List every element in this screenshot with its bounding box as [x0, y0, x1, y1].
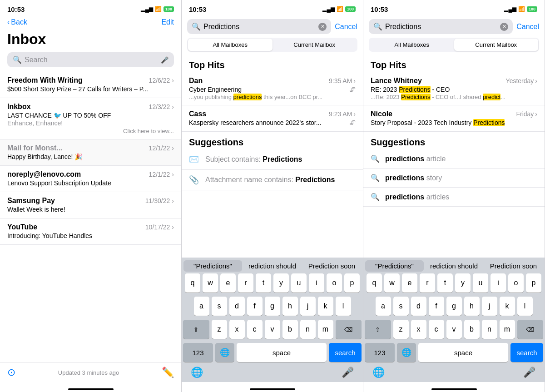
mail-item[interactable]: Inkbox 12/3/22 › LAST CHANCE 🐦 UP TO 50%… — [0, 98, 181, 139]
key-p[interactable]: p — [526, 273, 541, 293]
search-key[interactable]: search — [329, 343, 362, 362]
pred-item[interactable]: Prediction soon — [302, 260, 361, 272]
tab-all-mailboxes-3[interactable]: All Mailboxes — [370, 39, 454, 51]
delete-key-3[interactable]: ⌫ — [517, 320, 544, 339]
space-key[interactable]: space — [237, 343, 327, 362]
shift-key-3[interactable]: ⇧ — [365, 320, 391, 339]
key-o[interactable]: o — [508, 273, 524, 293]
key-z[interactable]: z — [212, 320, 227, 339]
search-clear-2[interactable]: ✕ — [318, 23, 327, 31]
mail-item[interactable]: Freedom With Writing 12/6/22 › $500 Shor… — [0, 72, 181, 98]
key-i[interactable]: i — [309, 273, 324, 293]
shift-key[interactable]: ⇧ — [183, 320, 209, 339]
key-b[interactable]: b — [464, 320, 480, 339]
top-hit-item[interactable]: Cass 9:23 AM › Kaspersky researchers ann… — [182, 105, 363, 132]
key-d[interactable]: d — [229, 297, 245, 316]
key-u[interactable]: u — [291, 273, 307, 293]
key-c[interactable]: c — [247, 320, 263, 339]
key-m[interactable]: m — [500, 320, 515, 339]
delete-key[interactable]: ⌫ — [336, 320, 362, 339]
cancel-button-2[interactable]: Cancel — [335, 23, 357, 31]
key-x[interactable]: x — [411, 320, 426, 339]
key-t[interactable]: t — [437, 273, 453, 293]
key-z[interactable]: z — [393, 320, 409, 339]
key-o[interactable]: o — [327, 273, 342, 293]
key-f[interactable]: f — [429, 297, 444, 316]
key-x[interactable]: x — [229, 320, 245, 339]
mail-item[interactable]: YouTube 10/17/22 › Introducing: YouTube … — [0, 218, 181, 245]
search-input-3[interactable]: Predictions — [385, 23, 497, 31]
suggestion-item[interactable]: 📎 Attachment name contains: Predictions — [182, 170, 363, 190]
key-q[interactable]: q — [367, 273, 382, 293]
compose-icon[interactable]: ⊙ — [7, 367, 15, 378]
key-r[interactable]: r — [420, 273, 435, 293]
search-input-wrap-2[interactable]: 🔍 Predictions ✕ — [187, 19, 331, 34]
key-h[interactable]: h — [464, 297, 480, 316]
key-c[interactable]: c — [429, 320, 444, 339]
key-i[interactable]: i — [490, 273, 506, 293]
suggestion-pill-item[interactable]: 🔍 predictions story — [363, 169, 545, 188]
num-key-3[interactable]: 123 — [365, 343, 395, 362]
search-clear-3[interactable]: ✕ — [500, 23, 508, 31]
key-p[interactable]: p — [344, 273, 360, 293]
globe-button-3[interactable]: 🌐 — [397, 343, 416, 362]
suggestion-pill-item[interactable]: 🔍 predictions article — [363, 149, 545, 169]
new-compose-icon[interactable]: ✏️ — [162, 367, 174, 378]
key-e[interactable]: e — [220, 273, 236, 293]
key-m[interactable]: m — [318, 320, 333, 339]
key-n[interactable]: n — [300, 320, 316, 339]
key-y[interactable]: y — [273, 273, 289, 293]
key-w[interactable]: w — [203, 273, 218, 293]
key-a[interactable]: a — [194, 297, 209, 316]
key-f[interactable]: f — [247, 297, 263, 316]
key-j[interactable]: j — [482, 297, 497, 316]
pred-item[interactable]: rediction should — [243, 260, 302, 272]
pred-item[interactable]: "Predictions" — [365, 260, 424, 272]
key-l[interactable]: l — [336, 297, 351, 316]
key-v[interactable]: v — [446, 320, 462, 339]
tab-current-mailbox-3[interactable]: Current Mailbox — [454, 39, 539, 51]
search-bar[interactable]: 🔍 Search 🎤 — [7, 52, 174, 67]
key-j[interactable]: j — [300, 297, 316, 316]
pred-item[interactable]: Prediction soon — [484, 260, 543, 272]
key-q[interactable]: q — [185, 273, 200, 293]
key-n[interactable]: n — [482, 320, 497, 339]
search-key-3[interactable]: search — [510, 343, 543, 362]
num-key[interactable]: 123 — [183, 343, 213, 362]
tab-all-mailboxes-2[interactable]: All Mailboxes — [188, 39, 272, 51]
globe-button[interactable]: 🌐 — [215, 343, 234, 362]
key-g[interactable]: g — [446, 297, 462, 316]
key-y[interactable]: y — [455, 273, 471, 293]
top-hit-item[interactable]: Lance Whitney Yesterday › RE: 2023 Predi… — [363, 72, 545, 105]
key-h[interactable]: h — [282, 297, 298, 316]
search-input-2[interactable]: Predictions — [203, 23, 316, 31]
key-b[interactable]: b — [282, 320, 298, 339]
key-s[interactable]: s — [212, 297, 227, 316]
top-hit-item[interactable]: Nicole Friday › Story Proposal - 2023 Te… — [363, 105, 545, 132]
key-t[interactable]: t — [256, 273, 271, 293]
key-e[interactable]: e — [402, 273, 417, 293]
tab-current-mailbox-2[interactable]: Current Mailbox — [272, 39, 357, 51]
key-w[interactable]: w — [384, 273, 400, 293]
cancel-button-3[interactable]: Cancel — [516, 23, 539, 31]
mail-item[interactable]: noreply@lenovo.com 12/1/22 › Lenovo Supp… — [0, 166, 181, 192]
key-k[interactable]: k — [500, 297, 515, 316]
suggestion-item[interactable]: ✉️ Subject contains: Predictions — [182, 149, 363, 170]
top-hit-item[interactable]: Dan 9:35 AM › Cyber Engineering 🖇 ...you… — [182, 72, 363, 105]
key-s[interactable]: s — [393, 297, 409, 316]
mail-item[interactable]: Samsung Pay 11/30/22 › Wallet Week is he… — [0, 192, 181, 218]
space-key-3[interactable]: space — [418, 343, 508, 362]
suggestion-pill-item[interactable]: 🔍 predictions articles — [363, 188, 545, 207]
key-a[interactable]: a — [376, 297, 391, 316]
pred-item[interactable]: rediction should — [425, 260, 483, 272]
mail-item[interactable]: Mail for Monst... 12/1/22 › Happy Birthd… — [0, 139, 181, 166]
edit-button[interactable]: Edit — [161, 18, 174, 26]
key-l[interactable]: l — [517, 297, 533, 316]
pred-item[interactable]: "Predictions" — [183, 260, 242, 272]
back-button[interactable]: ‹ Back — [7, 18, 27, 26]
key-d[interactable]: d — [411, 297, 426, 316]
key-r[interactable]: r — [238, 273, 253, 293]
key-g[interactable]: g — [265, 297, 280, 316]
search-input-wrap-3[interactable]: 🔍 Predictions ✕ — [369, 19, 513, 34]
key-k[interactable]: k — [318, 297, 333, 316]
